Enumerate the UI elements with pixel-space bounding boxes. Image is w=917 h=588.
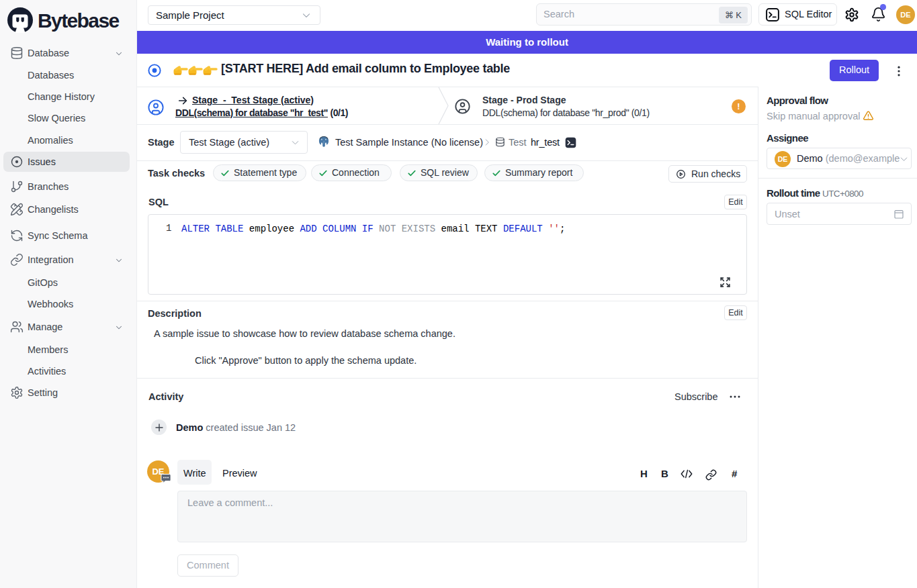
svg-text:Bytebase: Bytebase xyxy=(38,9,120,32)
